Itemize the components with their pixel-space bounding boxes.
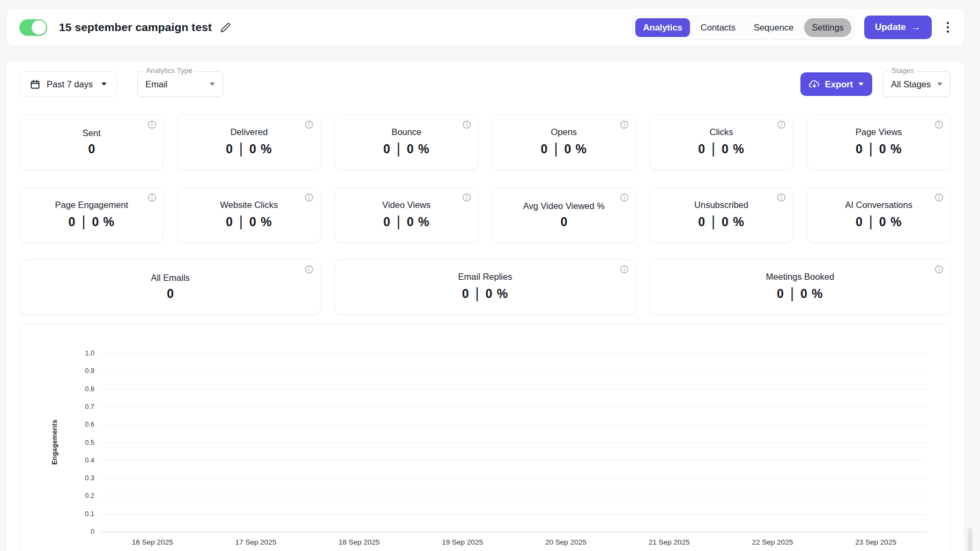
metric-card-page-views: Page Views 0|0 % [807, 114, 951, 170]
update-button-label: Update [875, 22, 906, 33]
analytics-type-select[interactable]: Analytics Type Email [137, 71, 223, 97]
info-icon[interactable] [305, 265, 314, 274]
y-tick: 0.5 [70, 439, 94, 446]
campaign-tab-group: Analytics Contacts Sequence Settings [632, 16, 854, 40]
y-tick: 0.2 [70, 492, 94, 500]
info-icon[interactable] [620, 265, 629, 274]
date-range-label: Past 7 days [47, 79, 93, 90]
x-tick: 21 Sep 2025 [618, 538, 721, 546]
metric-value: 0|0 % [383, 141, 429, 158]
metric-cards-row-1: Sent 0 Delivered 0|0 % Bounce 0|0 % Open… [20, 114, 951, 170]
metric-value: 0|0 % [226, 141, 272, 158]
analytics-panel: Past 7 days Analytics Type Email Export … [5, 60, 965, 551]
campaign-title: 15 september campaign test [59, 21, 212, 34]
info-icon[interactable] [462, 193, 471, 202]
info-icon[interactable] [462, 120, 471, 129]
metric-label: Clicks [709, 127, 733, 137]
x-axis: 16 Sep 2025 17 Sep 2025 18 Sep 2025 19 S… [101, 538, 927, 546]
tab-analytics[interactable]: Analytics [635, 18, 689, 37]
metric-label: Video Views [382, 200, 430, 210]
x-tick: 23 Sep 2025 [824, 538, 927, 546]
x-tick: 22 Sep 2025 [721, 538, 825, 546]
info-icon[interactable] [620, 120, 629, 129]
metric-card-website-clicks: Website Clicks 0|0 % [177, 187, 321, 243]
metric-card-all-emails: All Emails 0 [20, 259, 321, 315]
x-tick: 17 Sep 2025 [204, 538, 308, 546]
stages-select[interactable]: Stages All Stages [883, 71, 951, 97]
date-range-button[interactable]: Past 7 days [20, 71, 117, 97]
campaign-header: 15 september campaign test Analytics Con… [6, 9, 965, 46]
y-tick: 0.8 [70, 385, 94, 393]
y-tick: 1.0 [70, 349, 94, 357]
metric-label: Page Views [856, 127, 902, 137]
metric-value: 0|0 % [226, 214, 272, 230]
metric-value: 0|0 % [856, 141, 902, 158]
metric-label: Page Engagement [55, 200, 128, 210]
metric-card-ai-conversations: AI Conversations 0|0 % [807, 187, 951, 243]
info-icon[interactable] [934, 193, 944, 202]
tab-sequence[interactable]: Sequence [746, 18, 801, 37]
metric-card-video-views: Video Views 0|0 % [335, 187, 478, 243]
metric-value: 0|0 % [69, 214, 115, 230]
y-tick: 0.6 [70, 421, 94, 428]
chevron-down-icon [101, 83, 107, 86]
y-axis-label: Engagements [51, 420, 58, 465]
y-tick: 0.3 [70, 474, 94, 482]
info-icon[interactable] [777, 193, 786, 202]
metric-cards-row-3: All Emails 0 Email Replies 0|0 % Meeting… [20, 259, 951, 315]
info-icon[interactable] [147, 193, 157, 202]
info-icon[interactable] [305, 193, 314, 202]
metric-card-delivered: Delivered 0|0 % [177, 114, 321, 170]
info-icon[interactable] [147, 120, 157, 129]
export-button[interactable]: Export [800, 72, 872, 96]
info-icon[interactable] [934, 120, 944, 129]
tab-contacts[interactable]: Contacts [693, 18, 743, 37]
metric-value: 0 [560, 215, 567, 229]
chevron-down-icon [937, 83, 942, 86]
metric-label: Unsubscribed [694, 200, 748, 210]
y-tick: 0.9 [70, 367, 94, 375]
info-icon[interactable] [934, 265, 944, 274]
metric-label: Website Clicks [220, 200, 278, 210]
download-cloud-icon [809, 79, 820, 90]
metric-card-bounce: Bounce 0|0 % [335, 114, 478, 170]
stages-label: Stages [889, 66, 917, 75]
metric-cards-row-2: Page Engagement 0|0 % Website Clicks 0|0… [20, 187, 951, 243]
metric-label: AI Conversations [845, 200, 912, 210]
stages-value: All Stages [891, 79, 931, 90]
chevron-down-icon [858, 83, 864, 86]
metric-label: Opens [551, 127, 577, 137]
info-icon[interactable] [305, 120, 314, 129]
metric-label: Avg Video Viewed % [523, 201, 605, 211]
metric-label: Delivered [231, 127, 268, 137]
info-icon[interactable] [620, 193, 629, 202]
chevron-down-icon [210, 83, 215, 86]
metric-value: 0 [167, 287, 174, 301]
metric-value: 0|0 % [383, 214, 429, 230]
y-tick: 0.4 [70, 457, 94, 464]
y-tick: 0 [70, 528, 94, 535]
toggle-knob [32, 20, 46, 35]
edit-pencil-icon[interactable] [220, 23, 231, 33]
analytics-type-value: Email [145, 79, 167, 90]
campaign-active-toggle[interactable] [19, 19, 47, 36]
engagements-chart: Engagements 1.0 0.9 0.8 0.7 0.6 0.5 0.4 … [20, 323, 951, 551]
metric-label: Email Replies [458, 272, 513, 282]
y-tick: 0.1 [70, 510, 94, 518]
metric-label: Sent [83, 128, 101, 138]
update-button[interactable]: Update → [864, 16, 932, 39]
y-tick: 0.7 [70, 403, 94, 411]
metric-card-clicks: Clicks 0|0 % [650, 114, 793, 170]
metric-value: 0|0 % [541, 141, 587, 158]
scrollbar-thumb[interactable] [968, 528, 972, 551]
tab-settings[interactable]: Settings [804, 18, 851, 37]
metric-card-meetings-booked: Meetings Booked 0|0 % [650, 259, 951, 315]
metric-value: 0|0 % [777, 286, 823, 302]
kebab-menu-icon[interactable] [944, 19, 953, 36]
info-icon[interactable] [777, 120, 786, 129]
metric-value: 0 [88, 142, 95, 157]
metric-value: 0|0 % [462, 286, 508, 302]
metric-label: Bounce [391, 127, 421, 137]
metric-value: 0|0 % [698, 214, 744, 230]
x-tick: 19 Sep 2025 [411, 538, 514, 546]
